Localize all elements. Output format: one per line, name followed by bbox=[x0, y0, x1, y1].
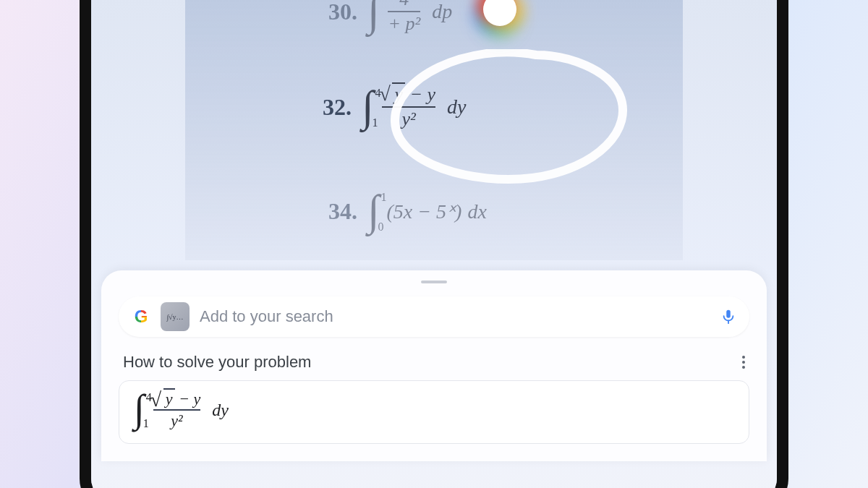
svg-rect-0 bbox=[726, 310, 731, 318]
search-input-placeholder[interactable]: Add to your search bbox=[200, 307, 710, 326]
sheet-drag-handle[interactable] bbox=[421, 281, 447, 283]
result-integral: ∫ 4 1 y − y y² dy bbox=[134, 391, 229, 429]
phone-frame: 30. ∫ 4 + p² dp 32. ∫ 4 bbox=[80, 0, 788, 488]
problem-34-integral: ∫ 1 0 (5x − 5ˣ) dx bbox=[367, 195, 487, 228]
problem-34: 34. ∫ 1 0 (5x − 5ˣ) dx bbox=[328, 195, 487, 228]
problem-34-number: 34. bbox=[328, 198, 357, 225]
google-logo-icon: G bbox=[132, 307, 150, 326]
more-options-icon[interactable] bbox=[742, 356, 745, 369]
textbook-page: 30. ∫ 4 + p² dp 32. ∫ 4 bbox=[185, 0, 683, 260]
search-image-chip[interactable]: ∫√y… bbox=[161, 302, 190, 331]
problem-30: 30. ∫ 4 + p² dp bbox=[328, 0, 452, 33]
problem-32-number: 32. bbox=[323, 94, 352, 121]
selection-cursor[interactable] bbox=[483, 0, 516, 26]
problem-30-number: 30. bbox=[328, 0, 357, 25]
screen: 30. ∫ 4 + p² dp 32. ∫ 4 bbox=[91, 0, 777, 488]
result-header: How to solve your problem bbox=[123, 353, 745, 372]
problem-32-integral: ∫ 4 1 y − y y² dy bbox=[362, 85, 467, 129]
voice-search-icon[interactable] bbox=[720, 307, 736, 326]
problem-30-integral: ∫ 4 + p² dp bbox=[367, 0, 452, 33]
search-bar[interactable]: G ∫√y… Add to your search bbox=[119, 296, 749, 337]
results-sheet[interactable]: G ∫√y… Add to your search How to solve y… bbox=[101, 270, 767, 461]
problem-32: 32. ∫ 4 1 y − y y² dy bbox=[323, 85, 467, 129]
result-title: How to solve your problem bbox=[123, 353, 311, 372]
result-equation-card[interactable]: ∫ 4 1 y − y y² dy bbox=[119, 380, 749, 444]
